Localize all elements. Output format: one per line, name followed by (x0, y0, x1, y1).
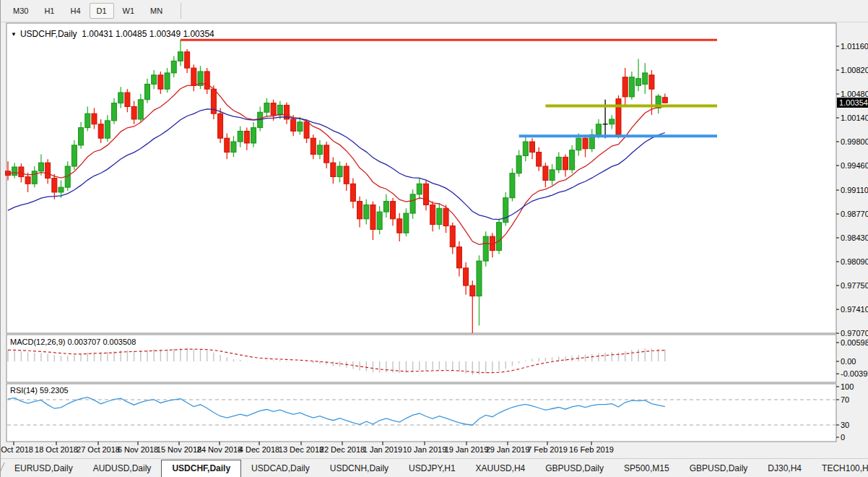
price-axis-tick: 0.99800 (841, 137, 868, 146)
chart-tab-tech100-h1[interactable]: TECH100,H1 (812, 460, 868, 477)
price-axis-tick: 1.01160 (841, 42, 868, 51)
date-axis-tick: 13 Dec 2018 (279, 445, 324, 454)
timeframe-button-h4[interactable]: H4 (63, 3, 87, 19)
chart-tab-dj30-h4[interactable]: DJ30,H4 (758, 460, 812, 477)
date-axis-tick: 9 Oct 2018 (0, 445, 33, 454)
macd-axis-tick: -0.003954 (841, 369, 868, 378)
chart-tab-xauusd-h4[interactable]: XAUUSD,H4 (466, 460, 536, 477)
chart-ohlc-values: 1.00431 1.00485 1.00349 1.00354 (82, 29, 214, 39)
date-axis-tick: 4 Dec 2018 (239, 445, 279, 454)
chart-symbol-label: USDCHF,Daily (20, 29, 77, 39)
timeframe-button-w1[interactable]: W1 (116, 3, 142, 19)
symbol-tabbar: EURUSD,DailyAUDUSD,DailyUSDCHF,DailyUSDC… (1, 458, 868, 477)
rsi-indicator-label: RSI(14) 59.2305 (10, 386, 69, 395)
chart-tab-usdcnh-daily[interactable]: USDCNH,Daily (320, 460, 399, 477)
date-axis-tick: 18 Oct 2018 (35, 445, 78, 454)
timeframe-button-mn[interactable]: MN (143, 3, 170, 19)
date-axis-tick: 10 Jan 2019 (403, 445, 447, 454)
macd-axis-tick: 0.00 (841, 357, 856, 366)
current-price-tag: 1.00354 (837, 98, 868, 108)
date-axis-tick: 1 Jan 2019 (363, 445, 402, 454)
chart-area: ▼USDCHF,Daily 1.00431 1.00485 1.00349 1.… (1, 22, 868, 459)
chart-tab-eurusd-daily[interactable]: EURUSD,Daily (4, 460, 83, 477)
chart-tab-sp500-m15[interactable]: SP500,M15 (614, 460, 680, 477)
chart-tab-audusd-daily[interactable]: AUDUSD,Daily (83, 460, 162, 477)
price-axis-tick: 0.99460 (841, 161, 868, 170)
price-axis-tick: 0.97410 (841, 305, 868, 314)
rsi-axis-tick: 0 (841, 433, 845, 442)
price-axis-tick: 0.98770 (841, 210, 868, 218)
price-axis-tick: 1.00140 (841, 113, 868, 122)
toolbar-separator (181, 3, 181, 19)
date-axis-tick: 7 Feb 2019 (527, 445, 568, 454)
price-axis-tick: 0.97750 (841, 281, 868, 290)
price-axis-tick: 0.97070 (841, 329, 868, 338)
chart-canvas[interactable] (1, 22, 868, 459)
date-axis-tick: 27 Oct 2018 (77, 445, 120, 454)
price-axis-tick: 0.98090 (841, 257, 868, 266)
chart-dropdown-arrow-icon[interactable]: ▼ (11, 31, 17, 38)
macd-indicator-label: MACD(12,26,9) 0.003707 0.003508 (10, 338, 136, 346)
chart-tab-usdjpy-h1[interactable]: USDJPY,H1 (399, 460, 465, 477)
date-axis-tick: 16 Feb 2019 (569, 445, 614, 454)
chart-tab-usdchf-daily[interactable]: USDCHF,Daily (161, 460, 241, 477)
date-axis-tick: 19 Jan 2019 (445, 445, 489, 454)
price-axis-tick: 1.00820 (841, 66, 868, 74)
date-axis-tick: 15 Nov 2018 (157, 445, 201, 454)
rsi-axis-tick: 70 (841, 395, 849, 404)
date-axis-tick: 6 Nov 2018 (118, 445, 158, 454)
price-axis-tick: 0.98430 (841, 233, 868, 242)
chart-tab-gbpusd-daily[interactable]: GBPUSD,Daily (680, 460, 758, 477)
date-axis-tick: 22 Dec 2018 (320, 445, 365, 454)
price-axis-tick: 1.00480 (841, 90, 868, 98)
date-axis-tick: 24 Nov 2018 (197, 445, 242, 454)
chart-title: ▼USDCHF,Daily 1.00431 1.00485 1.00349 1.… (11, 29, 214, 39)
timeframe-toolbar: M30H1H4D1W1MN (1, 0, 868, 22)
rsi-axis-tick: 30 (841, 421, 849, 429)
date-axis-tick: 29 Jan 2019 (486, 445, 530, 454)
chart-tab-gbpusd-daily[interactable]: GBPUSD,Daily (535, 460, 614, 477)
macd-axis-tick: 0.005985 (841, 338, 868, 347)
chart-tab-usdcad-daily[interactable]: USDCAD,Daily (241, 460, 320, 477)
rsi-axis-tick: 100 (841, 382, 854, 391)
timeframe-button-h1[interactable]: H1 (37, 3, 61, 19)
timeframe-button-m30[interactable]: M30 (6, 3, 35, 19)
timeframe-button-d1[interactable]: D1 (90, 3, 114, 19)
price-axis-tick: 0.99110 (841, 186, 868, 194)
trading-terminal-window: M30H1H4D1W1MN ▼USDCHF,Daily 1.00431 1.00… (0, 0, 868, 477)
